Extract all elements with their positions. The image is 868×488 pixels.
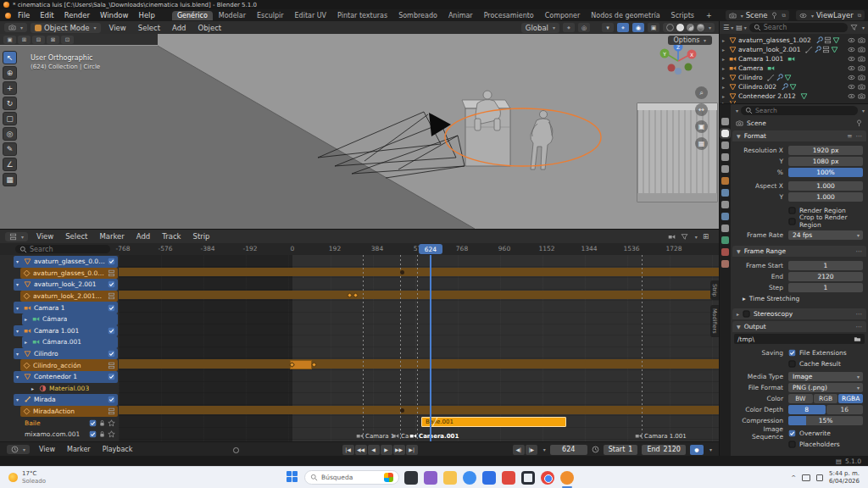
new-viewlayer-icon[interactable]: ⧉ [858, 12, 861, 19]
presets-icon[interactable]: ≡ [847, 132, 852, 140]
editor-type-button[interactable]: ▾ [4, 23, 27, 32]
transport-button[interactable]: |◀ [342, 445, 354, 455]
toggle-grid[interactable]: ▦ [695, 137, 708, 150]
transport-button[interactable]: ▶| [406, 445, 418, 455]
timeline-menu[interactable]: View [34, 445, 60, 454]
taskbar-app-red[interactable] [502, 471, 515, 485]
nla-strip-row[interactable] [119, 358, 719, 370]
playhead[interactable] [430, 255, 431, 441]
scene-selector[interactable]: ▾ Scene ⧉ [726, 10, 789, 20]
taskbar-app-explorer[interactable] [443, 471, 457, 485]
outliner-item[interactable]: ▸avaturn_look_2.001 [720, 45, 868, 54]
output-path-field[interactable]: /tmp\ [734, 334, 865, 344]
keying-dropdown-icon[interactable]: ▾ [709, 446, 712, 452]
nla-track-action[interactable]: MiradaAction [20, 406, 118, 418]
tray-display-icon[interactable] [802, 474, 810, 481]
properties-search[interactable]: Search [741, 106, 858, 115]
tool-select-box[interactable]: ↖ [3, 51, 17, 64]
workspace-tab[interactable]: Esculpir [252, 11, 289, 20]
tray-expand-button[interactable]: ^ [791, 474, 796, 481]
options-button[interactable]: Options ▾ [668, 36, 712, 45]
taskbar-app-blender[interactable] [560, 471, 574, 485]
nla-menu[interactable]: View [31, 231, 58, 241]
outliner-item[interactable]: ▸Contenedor 2.012 [720, 92, 868, 101]
shading-wireframe-button[interactable] [666, 24, 674, 31]
tab-physics[interactable] [721, 213, 729, 220]
select-mode-new[interactable]: ▣ [3, 36, 16, 44]
tab-data[interactable] [721, 236, 729, 244]
outliner-item[interactable]: ▸avaturn_glasses_1.002 [720, 36, 868, 45]
aspect-y-field[interactable]: 1.000 [788, 192, 863, 202]
nla-strip-row[interactable] [119, 290, 719, 302]
filter-dropdown-icon[interactable]: ▾ [862, 25, 865, 30]
overwrite-checkbox[interactable]: Overwrite [788, 430, 831, 437]
folder-icon[interactable] [854, 336, 861, 343]
cache-result-checkbox[interactable]: Cache Result [788, 360, 841, 368]
marker-toggle-icon[interactable] [668, 233, 676, 241]
overlays-toggle[interactable]: ◉ [632, 23, 644, 32]
outliner-search[interactable]: Search [749, 23, 848, 32]
nla-menu[interactable]: Add [131, 231, 155, 241]
properties-filter-icon[interactable]: ▾ [736, 108, 738, 114]
frame-step-field[interactable]: 1 [788, 283, 863, 292]
taskbar-app-chrome[interactable] [541, 471, 554, 485]
action-strip[interactable] [119, 291, 719, 300]
timeline-marker[interactable]: Camara 1 [356, 432, 394, 440]
outliner-item[interactable]: ▸Camara 1.001 [720, 54, 868, 64]
viewport-3d[interactable]: ▾ Object Mode▾ ViewSelectAddObject Globa… [0, 21, 719, 229]
menubar-menu[interactable]: Edit [35, 10, 58, 20]
timeline-marker[interactable]: Camara 1.001 [635, 432, 687, 440]
panel-output-header[interactable]: ▼Output ⋯ [732, 321, 866, 332]
workspace-tab[interactable]: Genérico [172, 11, 213, 20]
nla-editor-type-button[interactable]: ▾ [5, 232, 28, 241]
taskbar-app-media[interactable] [424, 471, 437, 485]
select-mode-subtract[interactable]: ⊟ [32, 36, 45, 44]
properties-options-icon[interactable]: ▾ [862, 108, 865, 114]
proportional-edit-toggle[interactable]: ◎ [578, 23, 590, 32]
selected-strip[interactable]: Baile.001 [421, 417, 566, 427]
nla-track-action[interactable]: Cilindro_acción [20, 359, 118, 371]
workspace-tab[interactable]: Procesamiento [479, 11, 539, 20]
frame-step-button[interactable]: ◀| [513, 445, 525, 455]
taskbar-app-edge[interactable] [463, 471, 476, 485]
frame-start-field[interactable]: 1 [788, 261, 863, 270]
nla-menu[interactable]: Track [157, 231, 186, 241]
resolution-y-field[interactable]: 1080 px [788, 157, 863, 166]
nla-strip-area[interactable]: Baile.001 Camara 1CaCamera.001Camara 1.0… [119, 255, 719, 441]
nla-track-object[interactable]: ▾Contenedor 1 [14, 371, 118, 383]
selectability-dropdown[interactable]: ▾ [602, 23, 614, 32]
tool-measure[interactable]: ∠ [3, 158, 17, 171]
camera-view[interactable]: ▣ [695, 120, 708, 133]
depth-16-button[interactable]: 16 [826, 405, 864, 414]
workspace-tab[interactable]: Componer [540, 11, 586, 20]
nla-menu[interactable]: Marker [94, 231, 129, 241]
taskbar-search[interactable]: Búsqueda [304, 470, 399, 485]
tray-volume-icon[interactable] [816, 474, 823, 481]
aspect-x-field[interactable]: 1.000 [788, 181, 863, 191]
nla-track-sub[interactable]: ▸Cámara [22, 313, 118, 325]
viewlayer-selector[interactable]: ▾ ViewLayer ⧉ [796, 10, 865, 20]
viewport-canvas[interactable]: User Orthographic (624) Collection | Cir… [0, 34, 719, 229]
nla-track-action[interactable]: avaturn_look_2.001Action [20, 291, 118, 302]
nla-menu[interactable]: Strip [188, 231, 215, 241]
end-frame-field[interactable]: End2120 [642, 445, 686, 455]
workspace-tab[interactable]: Nodos de geometría [586, 11, 665, 20]
menubar-menu[interactable]: Help [133, 10, 159, 20]
workspace-tab[interactable]: Animar [443, 11, 478, 20]
taskbar-app-obs[interactable] [521, 471, 535, 485]
panel-menu-icon[interactable]: ⋯ [856, 132, 863, 140]
new-scene-icon[interactable]: ⧉ [782, 12, 786, 19]
panel-stereoscopy-header[interactable]: ▸Stereoscopy ⋯ [732, 308, 866, 319]
depth-8-button[interactable]: 8 [788, 405, 826, 414]
nla-track-object[interactable]: ▾Camara 1.001 [14, 325, 118, 337]
filter-icon[interactable] [681, 233, 688, 241]
viewport-menu[interactable]: Object [192, 23, 226, 33]
shading-material-button[interactable] [687, 24, 694, 31]
outliner-item[interactable]: ▸Cilindro [720, 73, 868, 82]
mode-dropdown[interactable]: Object Mode▾ [31, 23, 101, 33]
tab-texture[interactable] [721, 260, 729, 268]
blender-menu-icon[interactable] [5, 13, 11, 19]
start-button[interactable] [287, 471, 299, 484]
menubar-menu[interactable]: Window [95, 10, 134, 20]
select-mode-extend[interactable]: ⊞ [18, 36, 31, 44]
